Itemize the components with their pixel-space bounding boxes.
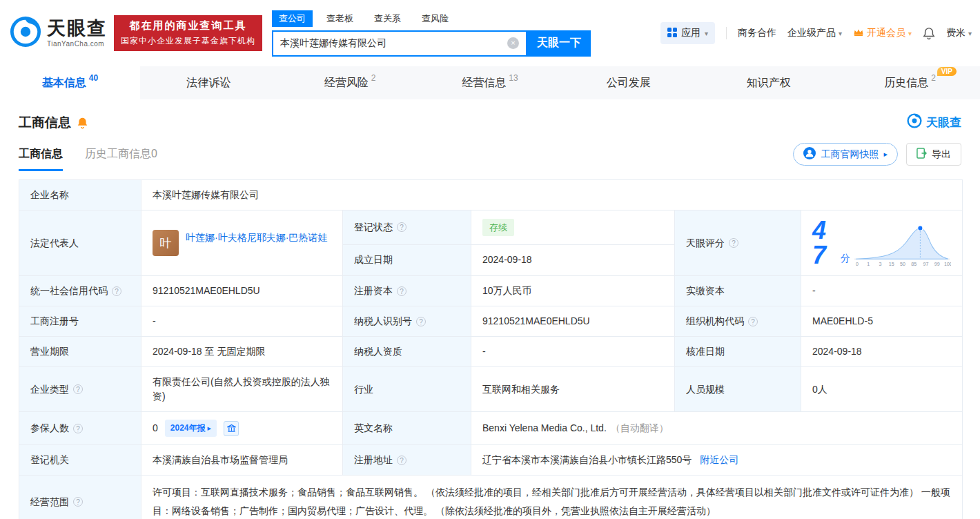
svg-text:15: 15 — [889, 262, 894, 267]
help-icon[interactable]: ? — [73, 497, 83, 507]
subtab-history-business-info[interactable]: 历史工商信息0 — [85, 147, 157, 171]
export-button[interactable]: 导出 — [906, 143, 961, 166]
field-value-english-name: Benxi Yelena Media Co., Ltd.（自动翻译） — [471, 412, 963, 445]
official-snapshot-button[interactable]: 工商官网快照 ▸ — [793, 143, 898, 166]
field-label-staff-size: 人员规模 — [675, 367, 801, 412]
vip-badge: VIP — [937, 67, 957, 76]
nav-enterprise-products[interactable]: 企业级产品 ▾ — [787, 27, 842, 39]
arrow-right-icon: ▸ — [208, 421, 212, 435]
field-value-reg-authority: 本溪满族自治县市场监督管理局 — [141, 445, 343, 476]
chevron-down-icon: ▾ — [908, 30, 912, 37]
section-header: 工商信息 天眼查 — [0, 99, 980, 132]
help-icon[interactable]: ? — [729, 238, 738, 248]
field-label-taxpayer-qualification: 纳税人资质 — [343, 337, 471, 367]
help-icon[interactable]: ? — [397, 456, 406, 465]
top-header: 天眼查 TianYanCha.com 都在用的商业查询工具 国家中小企业发展子基… — [0, 0, 980, 66]
tab-operation-info[interactable]: 经营信息 13 — [420, 66, 560, 99]
score-unit: 分 — [841, 251, 850, 268]
table-row: 企业名称 本溪叶莲娜传媒有限公司 — [19, 180, 963, 210]
tab-history-info[interactable]: 历史信息 2 VIP — [840, 66, 980, 99]
subtab-business-info[interactable]: 工商信息 — [19, 147, 63, 171]
search-tab-risk[interactable]: 查风险 — [415, 10, 455, 27]
tab-count: 2 — [931, 73, 936, 83]
field-label-credit-code: 统一社会信用代码 ? — [19, 276, 141, 306]
field-value-establish-date: 2024-09-18 — [471, 244, 675, 275]
annual-report-icon[interactable] — [224, 421, 239, 436]
auto-translate-note: （自动翻译） — [611, 422, 669, 433]
nav-username[interactable]: 费米 ▾ — [946, 27, 972, 39]
clear-search-icon[interactable]: × — [507, 37, 519, 49]
export-icon — [917, 148, 927, 161]
nearby-companies-link[interactable]: 附近公司 — [700, 454, 738, 465]
tab-basic-info[interactable]: 基本信息 40 — [0, 66, 140, 99]
help-icon[interactable]: ? — [416, 317, 426, 326]
subscribe-bell-icon[interactable] — [77, 117, 88, 129]
search-area: 查公司 查老板 查关系 查风险 × 天眼一下 — [272, 10, 591, 57]
table-row: 营业期限 2024-09-18 至 无固定期限 纳税人资质 - 核准日期 202… — [19, 337, 963, 367]
chevron-down-icon: ▾ — [705, 30, 708, 37]
table-row: 法定代表人 叶 叶莲娜·叶夫格尼耶夫娜·巴热诺娃 登记状态 ? 存续 天眼评分 … — [19, 210, 963, 245]
tianyancha-logo[interactable]: 天眼查 TianYanCha.com — [10, 16, 107, 50]
tab-label: 经营信息 — [462, 76, 506, 90]
tab-intellectual-property[interactable]: 知识产权 — [700, 66, 840, 99]
field-label-org-code: 组织机构代码 ? — [675, 306, 801, 337]
snapshot-icon — [803, 147, 816, 161]
search-tab-relation[interactable]: 查关系 — [367, 10, 408, 27]
field-label-reg-capital: 注册资本 ? — [343, 276, 471, 306]
legal-rep-name-link[interactable]: 叶莲娜·叶夫格尼耶夫娜·巴热诺娃 — [186, 230, 327, 245]
search-input[interactable] — [273, 38, 507, 49]
field-value-reg-status: 存续 — [471, 210, 675, 245]
help-icon[interactable]: ? — [397, 222, 406, 232]
help-icon[interactable]: ? — [73, 384, 83, 394]
header-nav: 应用 ▾ 商务合作 企业级产品 ▾ 开通会员 ▾ 费米 — [660, 22, 972, 44]
field-value-org-code: MAE0EHLD-5 — [801, 306, 963, 337]
search-button[interactable]: 天眼一下 — [527, 30, 591, 57]
field-label-paid-capital: 实缴资本 — [675, 276, 801, 306]
help-icon[interactable]: ? — [112, 286, 121, 296]
svg-text:97: 97 — [923, 262, 929, 267]
nav-open-vip[interactable]: 开通会员 ▾ — [853, 27, 912, 39]
notification-bell-icon[interactable] — [923, 27, 935, 40]
subtab-bar: 工商信息 历史工商信息0 工商官网快照 ▸ 导出 — [0, 132, 980, 171]
tianyancha-logo-icon — [10, 16, 41, 50]
tab-legal-litigation[interactable]: 法律诉讼 — [140, 66, 280, 99]
field-value-reg-address: 辽宁省本溪市本溪满族自治县小市镇长江路550号 附近公司 — [471, 445, 963, 476]
field-label-approved-date: 核准日期 — [675, 337, 801, 367]
field-label-industry: 行业 — [343, 367, 471, 412]
slogan-banner: 都在用的商业查询工具 国家中小企业发展子基金旗下机构 — [114, 15, 262, 51]
tab-count: 40 — [89, 73, 98, 83]
apps-menu[interactable]: 应用 ▾ — [660, 22, 715, 44]
field-value-business-scope: 许可项目：互联网直播技术服务；食品销售；食品互联网销售。 （依法须经批准的项目，… — [141, 476, 963, 519]
tianyancha-small-logo-icon — [907, 113, 922, 132]
field-label-insured-count: 参保人数 ? — [19, 412, 141, 445]
svg-text:0: 0 — [856, 262, 859, 267]
tab-company-development[interactable]: 公司发展 — [560, 66, 700, 99]
arrow-right-icon: ▸ — [883, 150, 888, 159]
brand-watermark: 天眼查 — [907, 113, 961, 132]
table-row: 登记机关 本溪满族自治县市场监督管理局 注册地址 ? 辽宁省本溪市本溪满族自治县… — [19, 445, 963, 476]
svg-text:50: 50 — [900, 262, 905, 267]
field-label-reg-status: 登记状态 ? — [343, 210, 471, 245]
annual-report-badge[interactable]: 2024年报 ▸ — [165, 420, 217, 437]
field-value-staff-size: 0人 — [801, 367, 963, 412]
field-value-score: 47 分 0 1 3 15 50 85 97 99 100 — [801, 210, 963, 276]
tab-count: 2 — [371, 73, 376, 83]
nav-business-coop[interactable]: 商务合作 — [738, 27, 776, 39]
help-icon[interactable]: ? — [73, 424, 83, 433]
search-tab-boss[interactable]: 查老板 — [320, 10, 360, 27]
business-info-table: 企业名称 本溪叶莲娜传媒有限公司 法定代表人 叶 叶莲娜·叶夫格尼耶夫娜·巴热诺… — [19, 179, 963, 519]
help-icon[interactable]: ? — [748, 317, 758, 326]
tab-operation-risk[interactable]: 经营风险 2 — [280, 66, 420, 99]
tab-label: 经营风险 — [324, 76, 369, 90]
primary-nav-tabs: 基本信息 40 法律诉讼 经营风险 2 经营信息 13 公司发展 知识产权 — [0, 66, 980, 99]
field-value-industry: 互联网和相关服务 — [471, 367, 675, 412]
field-label-business-term: 营业期限 — [19, 337, 141, 367]
search-box: × — [272, 30, 527, 57]
search-tab-company[interactable]: 查公司 — [272, 10, 313, 27]
help-icon[interactable]: ? — [397, 286, 406, 296]
search-tabs: 查公司 查老板 查关系 查风险 — [272, 10, 591, 27]
field-value-paid-capital: - — [801, 276, 963, 306]
legal-rep-avatar[interactable]: 叶 — [153, 230, 179, 256]
apps-grid-icon — [667, 28, 677, 39]
apps-label: 应用 — [681, 27, 700, 39]
